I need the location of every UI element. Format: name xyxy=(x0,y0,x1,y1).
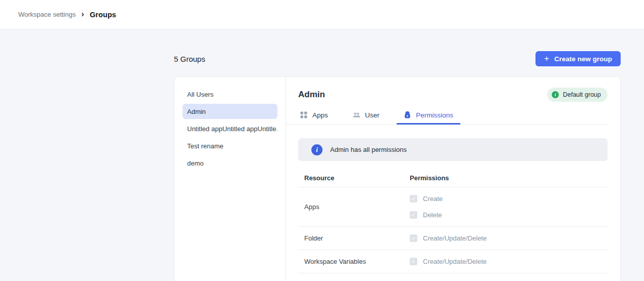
lock-icon xyxy=(404,111,411,119)
resource-label-folder: Folder xyxy=(298,234,410,242)
tab-user-label: User xyxy=(365,111,380,119)
info-icon-blue: i xyxy=(311,144,323,155)
default-group-badge: i Default group xyxy=(547,88,607,102)
group-title: Admin xyxy=(298,90,325,100)
info-icon-green: i xyxy=(552,91,559,98)
users-icon xyxy=(352,111,361,119)
sidebar-item-all-users[interactable]: All Users xyxy=(183,87,277,102)
chevron-right-icon: › xyxy=(81,10,84,18)
groups-card: All Users Admin Untitled appUntitled app… xyxy=(174,76,621,281)
group-detail-header: Admin i Default group xyxy=(298,88,607,102)
create-new-group-button[interactable]: + Create new group xyxy=(535,51,621,66)
checkbox-label-folder-cud: Create/Update/Delete xyxy=(423,234,487,242)
breadcrumb-current-groups: Groups xyxy=(90,11,116,19)
sidebar-item-test-rename[interactable]: Test rename xyxy=(183,138,277,153)
apps-delete-permission: ✓ Delete xyxy=(410,211,607,219)
checkbox-apps-delete[interactable]: ✓ xyxy=(410,211,417,219)
table-row-workspace-variables: Workspace Variables ✓ Create/Update/Dele… xyxy=(298,250,607,273)
apps-create-permission: ✓ Create xyxy=(410,195,607,203)
sidebar-item-untitled-app[interactable]: Untitled appUntitled appUntitle… xyxy=(183,121,277,136)
admin-permissions-banner: i Admin has all permissions xyxy=(298,138,607,161)
resource-label-workspace-variables: Workspace Variables xyxy=(298,258,410,265)
workspace-variables-cud-permission: ✓ Create/Update/Delete xyxy=(410,258,607,265)
apps-grid-icon xyxy=(300,111,308,119)
sidebar-item-demo[interactable]: demo xyxy=(183,155,277,171)
checkbox-label-delete: Delete xyxy=(423,211,442,219)
sidebar-item-admin[interactable]: Admin xyxy=(183,104,277,119)
tab-permissions-label: Permissions xyxy=(416,111,453,119)
default-group-badge-label: Default group xyxy=(563,91,601,98)
table-row-folder: Folder ✓ Create/Update/Delete xyxy=(298,227,607,250)
plus-icon: + xyxy=(544,54,549,63)
checkbox-label-create: Create xyxy=(423,195,443,203)
permissions-table: Resource Permissions Apps ✓ Create ✓ Del… xyxy=(298,161,607,273)
checkbox-folder-cud[interactable]: ✓ xyxy=(410,234,417,242)
folder-permission-checks: ✓ Create/Update/Delete xyxy=(410,227,607,250)
tab-apps[interactable]: Apps xyxy=(298,109,335,124)
group-tabs: Apps User Permissions xyxy=(286,109,607,125)
table-row-apps: Apps ✓ Create ✓ Delete xyxy=(298,187,607,227)
column-header-permissions: Permissions xyxy=(410,174,607,182)
banner-text: Admin has all permissions xyxy=(330,146,407,153)
tab-permissions[interactable]: Permissions xyxy=(397,109,460,124)
apps-permission-checks: ✓ Create ✓ Delete xyxy=(410,187,607,226)
groups-toolbar: 5 Groups + Create new group xyxy=(174,51,621,66)
folder-cud-permission: ✓ Create/Update/Delete xyxy=(410,234,607,242)
permissions-table-header: Resource Permissions xyxy=(298,161,607,187)
tab-apps-label: Apps xyxy=(312,111,328,119)
group-detail-panel: Admin i Default group Apps xyxy=(286,77,620,281)
resource-label-apps: Apps xyxy=(298,203,410,211)
top-bar: Workspace settings › Groups xyxy=(0,0,644,29)
create-new-group-label: Create new group xyxy=(554,55,612,63)
checkbox-label-workspace-variables-cud: Create/Update/Delete xyxy=(423,258,487,265)
breadcrumb-workspace-settings[interactable]: Workspace settings xyxy=(18,11,76,18)
checkbox-apps-create[interactable]: ✓ xyxy=(410,195,417,203)
groups-count-label: 5 Groups xyxy=(174,55,205,63)
workspace-variables-permission-checks: ✓ Create/Update/Delete xyxy=(410,250,607,273)
group-list-sidebar: All Users Admin Untitled appUntitled app… xyxy=(174,77,286,281)
tab-user[interactable]: User xyxy=(345,109,387,124)
column-header-resource: Resource xyxy=(298,174,410,182)
checkbox-workspace-variables-cud[interactable]: ✓ xyxy=(410,258,417,265)
